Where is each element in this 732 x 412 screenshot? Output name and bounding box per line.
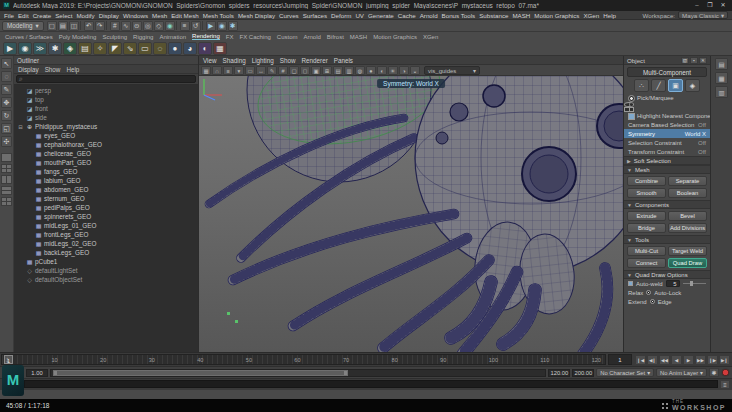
viewport-canvas[interactable]: Symmetry: World X: [199, 76, 623, 352]
toolkit-button[interactable]: Boolean: [668, 188, 707, 198]
select-tool-icon[interactable]: ↖: [1, 58, 12, 69]
layout-two-pane-side-button[interactable]: [1, 175, 12, 184]
channel-box-icon[interactable]: ▤: [715, 58, 728, 70]
view-panel-menu-item[interactable]: Renderer: [301, 57, 327, 64]
shelf-tab[interactable]: Arnold: [304, 34, 321, 40]
ipr-render-icon[interactable]: ◉: [217, 21, 227, 31]
image-plane-icon[interactable]: ▭: [245, 66, 255, 75]
snap-to-curve-icon[interactable]: ∿: [121, 21, 131, 31]
outliner-item[interactable]: ▦ backLegs_GEO: [14, 248, 198, 257]
auto-keyframe-toggle-icon[interactable]: [721, 368, 730, 377]
lock-camera-icon[interactable]: ∩: [212, 66, 222, 75]
lasso-tool-icon[interactable]: ◌: [1, 71, 12, 82]
menu-item[interactable]: Curves: [279, 12, 299, 19]
rotate-tool-icon[interactable]: ↻: [1, 110, 12, 121]
ipr-render-icon[interactable]: ◉: [18, 42, 32, 55]
auto-weld-value-field[interactable]: 5: [666, 280, 680, 287]
toolkit-setting-row[interactable]: Selection ConstraintOff: [624, 138, 710, 147]
view-panel-menu-item[interactable]: Panels: [334, 57, 353, 64]
2d-pan-zoom-icon[interactable]: ↔: [256, 66, 266, 75]
select-camera-icon[interactable]: ▦: [201, 66, 211, 75]
make-live-icon[interactable]: ◉: [165, 21, 175, 31]
step-forward-key-button[interactable]: ▶▶: [695, 355, 706, 365]
shelf-tab[interactable]: XGen: [423, 34, 438, 40]
step-back-key-button[interactable]: ◀◀: [659, 355, 670, 365]
character-set-dropdown[interactable]: No Character Set▾: [596, 368, 654, 377]
soft-selection-section[interactable]: ▶ Soft Selection: [624, 156, 710, 165]
construction-history-icon[interactable]: ↺: [191, 21, 201, 31]
skydome-light-icon[interactable]: ◐: [198, 42, 212, 55]
step-forward-frame-button[interactable]: ❙▶: [707, 355, 718, 365]
status-icon[interactable]: [80, 21, 83, 30]
menu-item[interactable]: Surfaces: [303, 12, 327, 19]
area-light-icon[interactable]: ▭: [138, 42, 152, 55]
undo-icon[interactable]: ↶: [84, 21, 94, 31]
layout-two-pane-stacked-button[interactable]: [1, 186, 12, 195]
shelf-tab[interactable]: Poly Modeling: [59, 34, 97, 40]
multi-component-button[interactable]: Multi-Component: [627, 67, 707, 77]
components-section-header[interactable]: ▼ Components: [624, 200, 710, 209]
uv-mode-icon[interactable]: ◈: [685, 79, 700, 92]
outliner-item[interactable]: ▦ chelicerae_GEO: [14, 149, 198, 158]
quad-draw-options-header[interactable]: ▼ Quad Draw Options: [624, 270, 710, 279]
menu-item[interactable]: XGen: [583, 12, 599, 19]
lights-icon[interactable]: ☀: [388, 66, 398, 75]
outliner-item[interactable]: ▦ cephalothorax_GEO: [14, 140, 198, 149]
outliner-item[interactable]: ⊟ ⊕ Phidippus_mystaceus: [14, 122, 198, 131]
go-to-end-button[interactable]: ▶❙: [719, 355, 730, 365]
film-gate-icon[interactable]: ▢: [289, 66, 299, 75]
menu-item[interactable]: Create: [33, 12, 52, 19]
layout-four-pane-button[interactable]: [1, 164, 12, 173]
relax-radio[interactable]: [646, 290, 651, 295]
view-panel-menu-item[interactable]: Lighting: [252, 57, 274, 64]
snap-to-view-plane-icon[interactable]: ◇: [154, 21, 164, 31]
standard-surface-icon[interactable]: ◕: [183, 42, 197, 55]
toolkit-button[interactable]: Smooth: [627, 188, 666, 198]
save-scene-icon[interactable]: ◫: [69, 21, 79, 31]
menu-item[interactable]: Edit Mesh: [171, 12, 199, 19]
status-icon[interactable]: [202, 21, 205, 30]
toolkit-button[interactable]: Add Divisions: [668, 223, 707, 233]
menu-item[interactable]: Deform: [331, 12, 351, 19]
status-icon[interactable]: [176, 21, 179, 30]
mesh-section-header[interactable]: ▼ Mesh: [624, 165, 710, 174]
view-panel-menu-item[interactable]: Shading: [223, 57, 246, 64]
ambient-light-icon[interactable]: ◌: [153, 42, 167, 55]
bookmark-icon[interactable]: ▾: [234, 66, 244, 75]
outliner-item[interactable]: ◪ front: [14, 104, 198, 113]
outliner-item[interactable]: ▦ pCube1: [14, 257, 198, 266]
outliner-item[interactable]: ▦ abdomen_GEO: [14, 185, 198, 194]
resolution-gate-icon[interactable]: ◻: [300, 66, 310, 75]
view-panel-menu-item[interactable]: View: [203, 57, 217, 64]
maximize-button[interactable]: ❐: [704, 1, 716, 10]
playback-end-field[interactable]: 120.00: [548, 369, 570, 377]
viewport-dropdown[interactable]: vis_guides▾: [424, 66, 480, 75]
animation-preferences-icon[interactable]: ✱: [709, 368, 719, 377]
shelf-tab[interactable]: FX: [226, 34, 234, 40]
dock-icon[interactable]: ▧: [681, 57, 689, 64]
toolkit-button[interactable]: Separate: [668, 176, 707, 186]
menu-item[interactable]: Mesh Tools: [203, 12, 234, 19]
toolkit-setting-row[interactable]: Transform ConstraintOff: [624, 147, 710, 156]
search-input[interactable]: [25, 76, 193, 82]
toolkit-button[interactable]: Bridge: [627, 223, 666, 233]
menu-item[interactable]: Display: [99, 12, 119, 19]
shelf-tab[interactable]: Custom: [277, 34, 298, 40]
snap-to-projected-center-icon[interactable]: ◎: [143, 21, 153, 31]
menu-item[interactable]: Generate: [368, 12, 394, 19]
menu-item[interactable]: Bonus Tools: [442, 12, 476, 19]
render-sequence-icon[interactable]: ≫: [33, 42, 47, 55]
menu-set-dropdown[interactable]: Modeling▾: [2, 21, 44, 31]
current-frame-field[interactable]: 1: [608, 354, 632, 365]
redo-icon[interactable]: ↷: [95, 21, 105, 31]
wireframe-icon[interactable]: ◍: [355, 66, 365, 75]
auto-weld-checkbox[interactable]: [628, 281, 633, 286]
paint-select-tool-icon[interactable]: ✎: [1, 84, 12, 95]
outliner-item[interactable]: ◪ persp: [14, 86, 198, 95]
go-to-start-button[interactable]: ❙◀: [635, 355, 646, 365]
render-view-icon[interactable]: ▶: [3, 42, 17, 55]
outliner-item[interactable]: ▦ midLegs_02_GEO: [14, 239, 198, 248]
render-settings-icon[interactable]: ✱: [48, 42, 62, 55]
shelf-tab[interactable]: MASH: [350, 34, 367, 40]
script-editor-icon[interactable]: ≡: [720, 380, 730, 389]
